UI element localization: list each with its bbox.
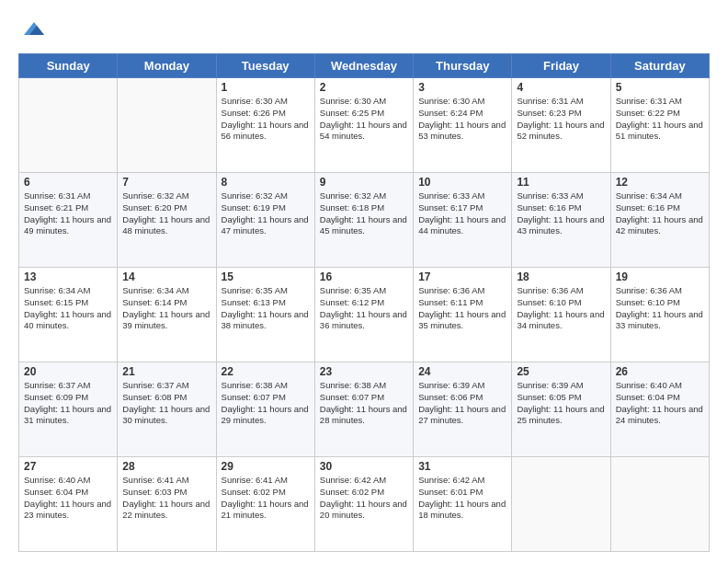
day-info: Sunrise: 6:30 AM Sunset: 6:25 PM Dayligh… [320,96,408,143]
calendar-cell: 23Sunrise: 6:38 AM Sunset: 6:07 PM Dayli… [314,362,413,457]
day-info: Sunrise: 6:34 AM Sunset: 6:16 PM Dayligh… [616,190,704,237]
day-info: Sunrise: 6:31 AM Sunset: 6:23 PM Dayligh… [517,96,605,143]
day-info: Sunrise: 6:33 AM Sunset: 6:17 PM Dayligh… [418,190,506,237]
calendar-cell: 9Sunrise: 6:32 AM Sunset: 6:18 PM Daylig… [314,173,413,268]
day-number: 7 [122,176,210,189]
day-info: Sunrise: 6:35 AM Sunset: 6:12 PM Dayligh… [320,285,408,332]
weekday-header: Thursday [414,54,512,78]
day-number: 19 [616,270,704,283]
day-info: Sunrise: 6:41 AM Sunset: 6:02 PM Dayligh… [222,475,310,522]
calendar-cell: 28Sunrise: 6:41 AM Sunset: 6:03 PM Dayli… [118,457,216,552]
calendar-cell [512,457,610,552]
day-number: 25 [517,365,605,378]
calendar-cell: 13Sunrise: 6:34 AM Sunset: 6:15 PM Dayli… [19,268,118,362]
weekday-header: Saturday [610,54,709,78]
weekday-header: Monday [118,54,216,78]
day-number: 20 [24,365,112,378]
calendar-table: SundayMondayTuesdayWednesdayThursdayFrid… [18,53,710,552]
day-number: 17 [418,270,506,283]
calendar-cell [610,457,709,552]
calendar-cell: 15Sunrise: 6:35 AM Sunset: 6:13 PM Dayli… [216,268,314,362]
calendar-cell: 2Sunrise: 6:30 AM Sunset: 6:25 PM Daylig… [314,78,413,173]
calendar-cell [118,78,216,173]
calendar-cell: 17Sunrise: 6:36 AM Sunset: 6:11 PM Dayli… [414,268,512,362]
calendar-cell: 11Sunrise: 6:33 AM Sunset: 6:16 PM Dayli… [512,173,610,268]
calendar-week-row: 20Sunrise: 6:37 AM Sunset: 6:09 PM Dayli… [19,362,710,457]
logo [18,15,48,44]
day-info: Sunrise: 6:32 AM Sunset: 6:18 PM Dayligh… [320,190,408,237]
weekday-header: Friday [512,54,610,78]
calendar-cell: 22Sunrise: 6:38 AM Sunset: 6:07 PM Dayli… [216,362,314,457]
day-number: 24 [418,365,506,378]
day-number: 6 [24,176,112,189]
day-number: 4 [517,81,605,94]
calendar-cell: 6Sunrise: 6:31 AM Sunset: 6:21 PM Daylig… [19,173,118,268]
day-info: Sunrise: 6:37 AM Sunset: 6:08 PM Dayligh… [122,380,210,427]
day-number: 29 [222,460,310,473]
calendar-cell: 14Sunrise: 6:34 AM Sunset: 6:14 PM Dayli… [118,268,216,362]
day-number: 23 [320,365,408,378]
calendar-cell: 31Sunrise: 6:42 AM Sunset: 6:01 PM Dayli… [414,457,512,552]
day-info: Sunrise: 6:39 AM Sunset: 6:06 PM Dayligh… [418,380,506,427]
calendar-cell: 7Sunrise: 6:32 AM Sunset: 6:20 PM Daylig… [118,173,216,268]
day-number: 22 [222,365,310,378]
day-number: 16 [320,270,408,283]
calendar-cell: 29Sunrise: 6:41 AM Sunset: 6:02 PM Dayli… [216,457,314,552]
day-number: 10 [418,176,506,189]
day-number: 18 [517,270,605,283]
calendar-cell: 4Sunrise: 6:31 AM Sunset: 6:23 PM Daylig… [512,78,610,173]
page: SundayMondayTuesdayWednesdayThursdayFrid… [0,0,728,563]
day-info: Sunrise: 6:40 AM Sunset: 6:04 PM Dayligh… [616,380,704,427]
day-number: 21 [122,365,210,378]
day-number: 15 [222,270,310,283]
day-number: 30 [320,460,408,473]
day-info: Sunrise: 6:38 AM Sunset: 6:07 PM Dayligh… [320,380,408,427]
day-number: 3 [418,81,506,94]
day-number: 2 [320,81,408,94]
day-info: Sunrise: 6:40 AM Sunset: 6:04 PM Dayligh… [24,475,112,522]
calendar-cell: 18Sunrise: 6:36 AM Sunset: 6:10 PM Dayli… [512,268,610,362]
day-info: Sunrise: 6:32 AM Sunset: 6:20 PM Dayligh… [122,190,210,237]
calendar-cell: 16Sunrise: 6:35 AM Sunset: 6:12 PM Dayli… [314,268,413,362]
day-info: Sunrise: 6:34 AM Sunset: 6:15 PM Dayligh… [24,285,112,332]
day-number: 1 [222,81,310,94]
day-number: 26 [616,365,704,378]
day-info: Sunrise: 6:31 AM Sunset: 6:22 PM Dayligh… [616,96,704,143]
logo-icon [20,15,48,42]
calendar-cell: 21Sunrise: 6:37 AM Sunset: 6:08 PM Dayli… [118,362,216,457]
header [18,15,710,44]
calendar-cell: 24Sunrise: 6:39 AM Sunset: 6:06 PM Dayli… [414,362,512,457]
day-info: Sunrise: 6:36 AM Sunset: 6:11 PM Dayligh… [418,285,506,332]
day-number: 8 [222,176,310,189]
calendar-cell: 25Sunrise: 6:39 AM Sunset: 6:05 PM Dayli… [512,362,610,457]
day-info: Sunrise: 6:30 AM Sunset: 6:24 PM Dayligh… [418,96,506,143]
day-info: Sunrise: 6:31 AM Sunset: 6:21 PM Dayligh… [24,190,112,237]
day-number: 13 [24,270,112,283]
day-info: Sunrise: 6:35 AM Sunset: 6:13 PM Dayligh… [222,285,310,332]
calendar-header-row: SundayMondayTuesdayWednesdayThursdayFrid… [19,54,710,78]
day-info: Sunrise: 6:30 AM Sunset: 6:26 PM Dayligh… [222,96,310,143]
day-number: 12 [616,176,704,189]
calendar-cell: 1Sunrise: 6:30 AM Sunset: 6:26 PM Daylig… [216,78,314,173]
day-info: Sunrise: 6:37 AM Sunset: 6:09 PM Dayligh… [24,380,112,427]
calendar-cell [19,78,118,173]
day-info: Sunrise: 6:42 AM Sunset: 6:01 PM Dayligh… [418,475,506,522]
calendar-week-row: 27Sunrise: 6:40 AM Sunset: 6:04 PM Dayli… [19,457,710,552]
day-number: 11 [517,176,605,189]
day-info: Sunrise: 6:41 AM Sunset: 6:03 PM Dayligh… [122,475,210,522]
weekday-header: Sunday [19,54,118,78]
calendar-cell: 26Sunrise: 6:40 AM Sunset: 6:04 PM Dayli… [610,362,709,457]
calendar-cell: 27Sunrise: 6:40 AM Sunset: 6:04 PM Dayli… [19,457,118,552]
day-info: Sunrise: 6:33 AM Sunset: 6:16 PM Dayligh… [517,190,605,237]
day-number: 9 [320,176,408,189]
day-info: Sunrise: 6:34 AM Sunset: 6:14 PM Dayligh… [122,285,210,332]
day-info: Sunrise: 6:32 AM Sunset: 6:19 PM Dayligh… [222,190,310,237]
day-number: 27 [24,460,112,473]
day-info: Sunrise: 6:38 AM Sunset: 6:07 PM Dayligh… [222,380,310,427]
calendar-cell: 30Sunrise: 6:42 AM Sunset: 6:02 PM Dayli… [314,457,413,552]
day-info: Sunrise: 6:36 AM Sunset: 6:10 PM Dayligh… [517,285,605,332]
calendar-week-row: 1Sunrise: 6:30 AM Sunset: 6:26 PM Daylig… [19,78,710,173]
day-number: 28 [122,460,210,473]
calendar-cell: 3Sunrise: 6:30 AM Sunset: 6:24 PM Daylig… [414,78,512,173]
calendar-cell: 20Sunrise: 6:37 AM Sunset: 6:09 PM Dayli… [19,362,118,457]
